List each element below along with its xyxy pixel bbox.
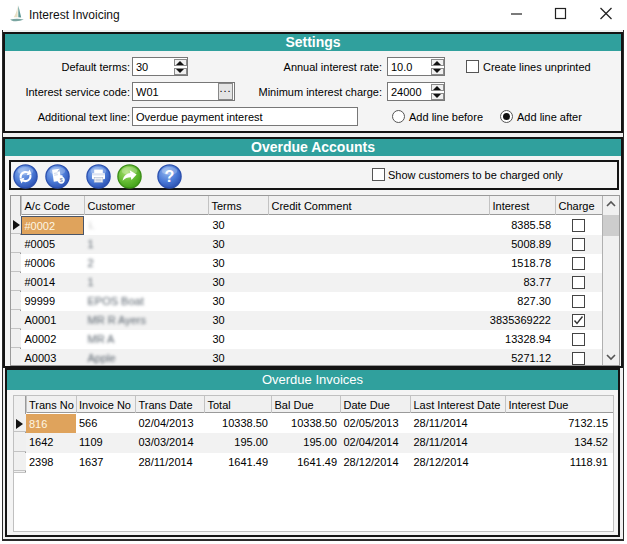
- svg-text:?: ?: [165, 168, 175, 185]
- svg-text:$: $: [60, 177, 63, 183]
